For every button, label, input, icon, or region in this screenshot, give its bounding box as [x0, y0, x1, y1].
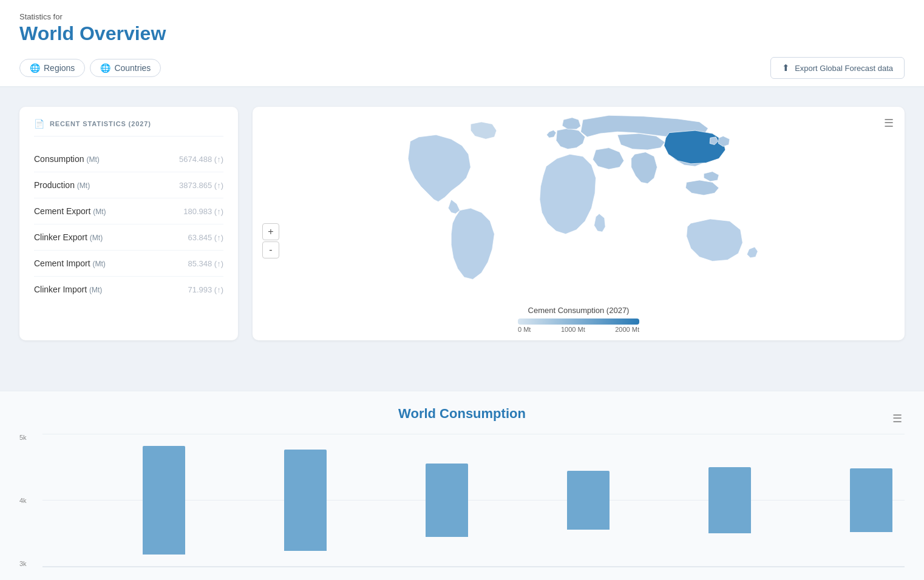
- map-panel: ☰: [253, 107, 905, 340]
- legend-labels: 0 Mt 1000 Mt 2000 Mt: [518, 326, 639, 333]
- chart-section: World Consumption ☰ 5k 4k 3k: [0, 391, 924, 580]
- y-axis: 5k 4k 3k: [19, 434, 42, 567]
- globe-icon-2: 🌐: [100, 63, 110, 73]
- map-legend: Cement Consumption (2027) 0 Mt 1000 Mt 2…: [253, 301, 905, 340]
- stat-label: Cement Import (Mt): [34, 258, 106, 268]
- stat-value: 71.993 (↑): [188, 285, 223, 294]
- bar[interactable]: [426, 464, 468, 536]
- stat-value: 3873.865 (↑): [179, 181, 223, 190]
- bar-group[interactable]: [338, 434, 468, 567]
- y-label-5k: 5k: [19, 434, 42, 441]
- world-map-svg: [253, 107, 905, 301]
- chart-title: World Consumption: [19, 406, 905, 422]
- main-content: 📄 RECENT STATISTICS (2027) Consumption (…: [0, 87, 924, 391]
- stats-doc-icon: 📄: [34, 119, 45, 129]
- stat-row: Production (Mt) 3873.865 (↑): [34, 172, 223, 198]
- legend-gradient: [518, 319, 639, 325]
- bar-chart: 5k 4k 3k: [19, 434, 905, 580]
- tab-regions[interactable]: 🌐 Regions: [19, 59, 85, 77]
- header-subtitle: Statistics for: [19, 12, 905, 21]
- legend-max: 2000 Mt: [615, 326, 639, 333]
- bar[interactable]: [567, 471, 610, 529]
- legend-mid: 1000 Mt: [561, 326, 585, 333]
- bar-group[interactable]: [55, 434, 185, 567]
- tab-countries[interactable]: 🌐 Countries: [90, 59, 161, 77]
- map-zoom-controls: + -: [262, 223, 279, 258]
- stat-value: 85.348 (↑): [188, 259, 223, 268]
- stat-row: Clinker Export (Mt) 63.845 (↑): [34, 224, 223, 251]
- legend-min: 0 Mt: [518, 326, 531, 333]
- tab-countries-label: Countries: [114, 63, 151, 73]
- stat-label: Production (Mt): [34, 180, 90, 190]
- bar-group[interactable]: [479, 434, 610, 567]
- globe-icon: 🌐: [30, 63, 40, 73]
- bar[interactable]: [850, 468, 892, 532]
- stats-map-row: 📄 RECENT STATISTICS (2027) Consumption (…: [19, 107, 905, 340]
- legend-bar-container: 0 Mt 1000 Mt 2000 Mt: [262, 319, 895, 333]
- stat-value: 5674.488 (↑): [179, 155, 223, 164]
- zoom-out-button[interactable]: -: [262, 241, 279, 258]
- legend-gradient-bar: 0 Mt 1000 Mt 2000 Mt: [518, 319, 639, 333]
- stat-value: 63.845 (↑): [188, 233, 223, 242]
- bar[interactable]: [708, 467, 751, 534]
- page-header: Statistics for World Overview: [0, 0, 924, 52]
- stat-row: Cement Export (Mt) 180.983 (↑): [34, 198, 223, 224]
- y-label-4k: 4k: [19, 497, 42, 504]
- nav-tabs: 🌐 Regions 🌐 Countries: [19, 59, 161, 77]
- header-title: World Overview: [19, 22, 905, 45]
- bar-group[interactable]: [762, 434, 892, 567]
- map-svg-wrapper: + -: [253, 107, 905, 301]
- tab-regions-label: Regions: [44, 63, 75, 73]
- export-icon: ⬆: [782, 62, 790, 73]
- map-legend-title: Cement Consumption (2027): [262, 306, 895, 315]
- y-label-3k: 3k: [19, 560, 42, 567]
- bar-group[interactable]: [620, 434, 751, 567]
- chart-area: ☰ 5k 4k 3k: [19, 434, 905, 580]
- zoom-in-button[interactable]: +: [262, 223, 279, 240]
- stats-rows: Consumption (Mt) 5674.488 (↑) Production…: [34, 146, 223, 302]
- bar-group[interactable]: [196, 434, 327, 567]
- stats-header: 📄 RECENT STATISTICS (2027): [34, 119, 223, 137]
- bars-container: [42, 434, 905, 567]
- map-menu-button[interactable]: ☰: [882, 114, 896, 132]
- nav-bar: 🌐 Regions 🌐 Countries ⬆ Export Global Fo…: [0, 52, 924, 87]
- stat-row: Cement Import (Mt) 85.348 (↑): [34, 251, 223, 277]
- bar[interactable]: [284, 450, 327, 550]
- export-label: Export Global Forecast data: [795, 64, 893, 73]
- stat-label: Consumption (Mt): [34, 154, 100, 164]
- stat-row: Consumption (Mt) 5674.488 (↑): [34, 146, 223, 172]
- bar[interactable]: [143, 446, 185, 555]
- export-button[interactable]: ⬆ Export Global Forecast data: [770, 57, 905, 79]
- stat-row: Clinker Import (Mt) 71.993 (↑): [34, 277, 223, 302]
- bars-row: [42, 434, 905, 567]
- stat-label: Clinker Import (Mt): [34, 285, 102, 294]
- stat-value: 180.983 (↑): [183, 207, 223, 216]
- stat-label: Cement Export (Mt): [34, 206, 106, 216]
- stat-label: Clinker Export (Mt): [34, 232, 103, 242]
- chart-menu-button[interactable]: ☰: [890, 410, 905, 428]
- stats-panel: 📄 RECENT STATISTICS (2027) Consumption (…: [19, 107, 238, 340]
